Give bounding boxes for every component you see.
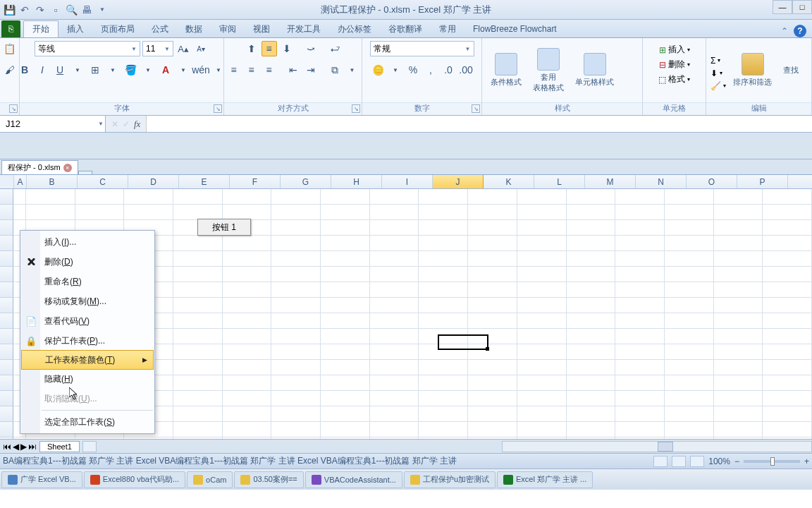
bold-button[interactable]: B [17,62,32,78]
col-header[interactable]: O [687,175,737,188]
border-more-icon[interactable]: ▼ [105,62,121,78]
scrollbar-thumb[interactable] [658,442,673,452]
new-sheet-button[interactable] [82,441,97,452]
workbook-tab-blank[interactable] [78,171,92,174]
close-icon[interactable]: × [63,164,72,172]
border-icon[interactable]: ⊞ [87,62,103,78]
cell-styles-button[interactable]: 单元格样式 [571,50,618,90]
tab-flowbreeze[interactable]: FlowBreeze Flowchart [465,20,565,37]
sheet-nav-last-icon[interactable]: ⏭ [28,442,37,452]
percent-icon[interactable]: % [405,62,421,78]
menu-rename[interactable]: 重命名(R) [20,272,154,291]
col-header[interactable]: C [78,175,128,188]
wrap-text-icon[interactable]: ⮐ [327,41,343,56]
print-icon[interactable]: 🖶 [80,4,93,16]
zoom-level[interactable]: 100% [708,456,730,466]
fill-color-icon[interactable]: 🪣 [123,62,138,78]
sheet-nav-first-icon[interactable]: ⏮ [3,442,11,452]
menu-view-code[interactable]: 📄查看代码(V) [20,311,154,331]
zoom-slider[interactable] [744,460,800,463]
col-header[interactable]: N [636,175,687,188]
align-middle-icon[interactable]: ≡ [262,41,277,56]
col-header[interactable]: B [27,175,78,188]
align-bottom-icon[interactable]: ⬇ [279,41,295,56]
sort-filter-button[interactable]: 排序和筛选 [729,50,776,90]
insert-cells-button[interactable]: ⊞ 插入 ▾ [659,44,690,56]
save-icon[interactable]: 💾 [3,4,16,16]
increase-font-icon[interactable]: A▴ [176,41,191,56]
inc-decimal-icon[interactable]: .0 [441,62,456,78]
orientation-icon[interactable]: ⤻ [303,41,319,56]
tab-home[interactable]: 开始 [23,20,59,37]
tab-data[interactable]: 数据 [177,20,211,37]
sheet-nav-prev-icon[interactable]: ◀ [13,442,19,452]
font-launcher[interactable]: ↘ [214,104,222,113]
menu-tab-color[interactable]: 工作表标签颜色(T)▶ [21,350,154,370]
menu-move-copy[interactable]: 移动或复制(M)... [20,291,154,311]
fill-more-icon[interactable]: ▼ [140,62,156,78]
task-item[interactable]: oCam [187,471,233,488]
select-all-corner[interactable] [0,175,14,188]
align-center-icon[interactable]: ≡ [244,62,259,78]
conditional-format-button[interactable]: 条件格式 [486,50,526,90]
workbook-tab[interactable]: 程保护 - 0.xlsm × [1,160,78,174]
maximize-button[interactable]: □ [792,0,812,14]
help-icon[interactable]: ? [794,25,806,37]
col-header[interactable]: F [230,175,281,188]
name-box[interactable]: J12▼ [0,116,106,132]
print-preview-icon[interactable]: 🔍 [65,4,78,16]
clear-button[interactable]: 🧹▾ [710,81,726,91]
enter-formula-icon[interactable]: ✓ [123,119,130,129]
zoom-in-button[interactable]: + [804,456,809,466]
col-header[interactable]: K [484,175,534,188]
button-shape-1[interactable]: 按钮 1 [197,219,251,236]
col-header[interactable]: D [128,175,179,188]
horizontal-scrollbar[interactable] [502,441,812,452]
tab-layout[interactable]: 页面布局 [92,20,143,37]
merge-icon[interactable]: ⧉ [327,62,343,78]
decrease-font-icon[interactable]: A▾ [193,41,209,56]
menu-hide[interactable]: 隐藏(H) [20,369,154,389]
menu-insert[interactable]: 插入(I)... [20,232,154,252]
delete-cells-button[interactable]: ⊟ 删除 ▾ [659,59,690,71]
tab-file[interactable]: ⎘ [1,20,20,37]
view-normal-icon[interactable] [653,456,668,467]
menu-delete[interactable]: 🗙删除(D) [20,252,154,272]
menu-select-all-sheets[interactable]: 选定全部工作表(S) [20,412,154,432]
font-color-icon[interactable]: A [158,62,173,78]
redo-icon[interactable]: ↷ [34,4,47,16]
find-button[interactable]: 查找 [779,62,803,78]
view-break-icon[interactable] [690,456,704,467]
merge-more-icon[interactable]: ▼ [345,62,360,78]
cancel-formula-icon[interactable]: ✕ [111,119,118,129]
indent-dec-icon[interactable]: ⇤ [285,62,301,78]
task-item[interactable]: Excel 郑广学 主讲 ... [497,471,593,488]
qat-more-icon[interactable]: ▼ [96,4,109,16]
col-header[interactable]: G [281,175,331,188]
col-header[interactable]: P [737,175,788,188]
spreadsheet-grid[interactable]: A B C D E F G H I J K L M N O P 按钮 1 插入(… [0,175,812,439]
col-header[interactable]: H [331,175,382,188]
font-name-select[interactable]: 等线▼ [35,41,140,56]
dec-decimal-icon[interactable]: .00 [458,62,474,78]
tab-office[interactable]: 办公标签 [329,20,380,37]
align-launcher[interactable]: ↘ [352,104,360,113]
minimize-button[interactable]: — [773,0,792,14]
view-layout-icon[interactable] [672,456,686,467]
align-left-icon[interactable]: ≡ [226,62,242,78]
collapse-ribbon-icon[interactable]: ⌃ [781,26,788,36]
sheet-tab[interactable]: Sheet1 [39,441,80,452]
paste-icon[interactable]: 📋 [2,41,18,56]
undo-icon[interactable]: ↶ [18,4,31,16]
col-header[interactable]: E [179,175,230,188]
task-item[interactable]: 广学 Excel VB... [1,471,82,488]
currency-icon[interactable]: 🪙 [370,62,386,78]
col-header[interactable]: L [534,175,585,188]
phonetic-icon[interactable]: wén [193,62,209,78]
autosum-button[interactable]: Σ ▾ [710,56,726,66]
table-format-button[interactable]: 套用 表格格式 [529,45,568,96]
zoom-out-button[interactable]: − [734,456,739,466]
tab-developer[interactable]: 开发工具 [278,20,329,37]
comma-icon[interactable]: , [423,62,438,78]
align-right-icon[interactable]: ≡ [262,62,277,78]
